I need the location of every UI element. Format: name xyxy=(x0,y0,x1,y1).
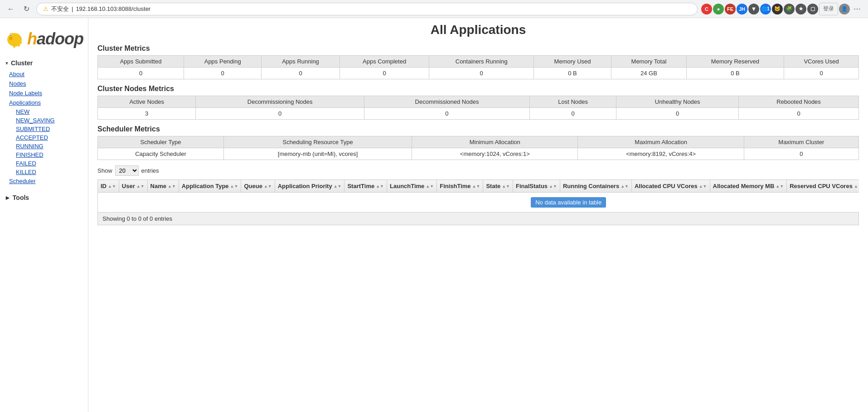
cluster-nodes-th: Rebooted Nodes xyxy=(739,96,859,108)
cluster-metrics-td: 0 xyxy=(98,68,184,79)
cluster-metrics-th: Memory Used xyxy=(533,56,611,68)
apps-table-th-launchTime[interactable]: LaunchTime▲▼ xyxy=(387,180,437,193)
icon-c[interactable]: C xyxy=(701,4,712,15)
sidebar-item-submitted[interactable]: SUBMITTED xyxy=(0,125,88,133)
icon-box[interactable]: ▢ xyxy=(807,4,818,15)
apps-table-th-runningContainers[interactable]: Running Containers▲▼ xyxy=(560,180,631,193)
apps-table-th-finalStatus[interactable]: FinalStatus▲▼ xyxy=(513,180,560,193)
icon-puzzle[interactable]: 🧩 xyxy=(784,4,795,15)
apps-table-th-finishTime[interactable]: FinishTime▲▼ xyxy=(437,180,483,193)
show-label: Show xyxy=(97,167,112,174)
sidebar-cluster-header[interactable]: ▼ Cluster xyxy=(0,57,88,69)
browser-nav: ← ↻ xyxy=(5,3,33,15)
address-separator: | xyxy=(72,5,73,12)
more-button[interactable]: ⋯ xyxy=(851,3,863,15)
icon-fe[interactable]: FE xyxy=(725,4,736,15)
sort-arrows-icon: ▲▼ xyxy=(334,184,342,189)
cluster-nodes-td: 0 xyxy=(529,108,616,120)
apps-table-th-allocCpu[interactable]: Allocated CPU VCores▲▼ xyxy=(631,180,710,193)
page-title: All Applications xyxy=(97,23,859,37)
sidebar-item-finished[interactable]: FINISHED xyxy=(0,150,88,159)
entries-select[interactable]: 10202550100 xyxy=(115,165,139,176)
back-button[interactable]: ← xyxy=(5,3,17,15)
main-content: All Applications Cluster Metrics Apps Su… xyxy=(88,18,868,412)
cluster-nodes-td: 0 xyxy=(196,108,364,120)
icon-star[interactable]: ★ xyxy=(795,4,806,15)
scheduler-th: Scheduler Type xyxy=(98,136,224,148)
scheduler-th: Maximum Allocation xyxy=(578,136,744,148)
apps-table-th-user[interactable]: User▲▼ xyxy=(119,180,147,193)
avatar[interactable]: 👤 xyxy=(839,4,850,15)
browser-bar: ← ↻ ⚠ 不安全 | 192.168.10.103:8088/cluster … xyxy=(0,0,868,18)
svg-point-4 xyxy=(10,35,11,36)
sort-arrows-icon: ▲▼ xyxy=(264,184,272,189)
cluster-metrics-th: VCores Used xyxy=(784,56,859,68)
sort-arrows-icon: ▲▼ xyxy=(472,184,480,189)
scheduler-metrics-table: Scheduler TypeScheduling Resource TypeMi… xyxy=(97,136,859,160)
entries-label: entries xyxy=(141,167,159,174)
apps-table: ID▲▼User▲▼Name▲▼Application Type▲▼Queue▲… xyxy=(97,179,859,213)
sidebar-item-new-saving[interactable]: NEW_SAVING xyxy=(0,116,88,125)
cluster-metrics-td: 0 B xyxy=(533,68,611,79)
tools-arrow-icon: ► xyxy=(5,194,11,201)
tools-label: Tools xyxy=(13,194,29,201)
apps-table-th-appPriority[interactable]: Application Priority▲▼ xyxy=(275,180,344,193)
refresh-button[interactable]: ↻ xyxy=(20,3,33,15)
icon-1[interactable]: 🌐1 xyxy=(760,4,771,15)
sidebar-item-applications[interactable]: Applications xyxy=(0,98,88,107)
apps-table-header: ID▲▼User▲▼Name▲▼Application Type▲▼Queue▲… xyxy=(98,180,859,193)
svg-point-8 xyxy=(18,43,20,47)
apps-table-th-appType[interactable]: Application Type▲▼ xyxy=(179,180,241,193)
sidebar-item-failed[interactable]: FAILED xyxy=(0,159,88,168)
page-layout: hadoop ▼ Cluster About Nodes Node Labels… xyxy=(0,18,868,412)
browser-icons: C ● FE JH ▼ 🌐1 🐱 🧩 ★ ▢ 登录 👤 ⋯ xyxy=(701,3,863,15)
apps-table-th-name[interactable]: Name▲▼ xyxy=(147,180,179,193)
apps-table-th-id[interactable]: ID▲▼ xyxy=(98,180,119,193)
cluster-nodes-th: Decommissioning Nodes xyxy=(196,96,364,108)
sidebar-item-node-labels[interactable]: Node Labels xyxy=(0,88,88,98)
scheduler-metrics-title: Scheduler Metrics xyxy=(97,125,859,133)
sort-arrows-icon: ▲▼ xyxy=(230,184,238,189)
cluster-nodes-td: 0 xyxy=(616,108,739,120)
sidebar-item-running[interactable]: RUNNING xyxy=(0,142,88,150)
cluster-metrics-header: Apps SubmittedApps PendingApps RunningAp… xyxy=(98,56,859,68)
scheduler-th: Minimum Allocation xyxy=(412,136,578,148)
address-bar[interactable]: ⚠ 不安全 | 192.168.10.103:8088/cluster xyxy=(36,3,698,15)
url-text: 192.168.10.103:8088/cluster xyxy=(76,5,150,12)
cluster-metrics-td: 0 xyxy=(262,68,339,79)
cluster-nodes-td: 3 xyxy=(98,108,196,120)
sidebar-item-scheduler[interactable]: Scheduler xyxy=(0,176,88,186)
scheduler-th: Maximum Cluster xyxy=(744,136,858,148)
sidebar-item-new[interactable]: NEW xyxy=(0,107,88,116)
icon-cat[interactable]: 🐱 xyxy=(772,4,783,15)
sidebar-item-about[interactable]: About xyxy=(0,69,88,79)
sort-arrows-icon: ▲▼ xyxy=(621,184,629,189)
apps-table-th-allocMem[interactable]: Allocated Memory MB▲▼ xyxy=(710,180,787,193)
sidebar-item-accepted[interactable]: ACCEPTED xyxy=(0,133,88,142)
svg-marker-5 xyxy=(10,32,11,34)
sidebar-item-nodes[interactable]: Nodes xyxy=(0,79,88,88)
apps-table-th-state[interactable]: State▲▼ xyxy=(483,180,513,193)
scheduler-values: Capacity Scheduler[memory-mb (unit=Mi), … xyxy=(98,148,859,160)
show-entries-control: Show 10202550100 entries xyxy=(97,165,859,176)
svg-point-9 xyxy=(15,43,18,47)
icon-arrow[interactable]: ▼ xyxy=(748,4,759,15)
cluster-metrics-th: Apps Completed xyxy=(339,56,429,68)
scheduler-header: Scheduler TypeScheduling Resource TypeMi… xyxy=(98,136,859,148)
hadoop-elephant-icon xyxy=(4,26,25,51)
sort-arrows-icon: ▲▼ xyxy=(376,184,384,189)
sidebar-tools-header[interactable]: ► Tools xyxy=(0,190,88,205)
showing-info: Showing 0 to 0 of 0 entries xyxy=(97,213,859,225)
cluster-nodes-header: Active NodesDecommissioning NodesDecommi… xyxy=(98,96,859,108)
icon-jh[interactable]: JH xyxy=(737,4,747,15)
cluster-metrics-th: Apps Pending xyxy=(184,56,262,68)
sidebar-item-killed[interactable]: KILLED xyxy=(0,168,88,176)
cluster-metrics-th: Apps Submitted xyxy=(98,56,184,68)
login-btn[interactable]: 登录 xyxy=(819,3,838,15)
apps-table-th-resCpu[interactable]: Reserved CPU VCores▲▼ xyxy=(787,180,859,193)
no-data-cell: No data available in table xyxy=(98,193,859,213)
apps-table-th-startTime[interactable]: StartTime▲▼ xyxy=(344,180,387,193)
apps-table-th-queue[interactable]: Queue▲▼ xyxy=(241,180,275,193)
scheduler-th: Scheduling Resource Type xyxy=(224,136,412,148)
icon-dot[interactable]: ● xyxy=(713,4,724,15)
